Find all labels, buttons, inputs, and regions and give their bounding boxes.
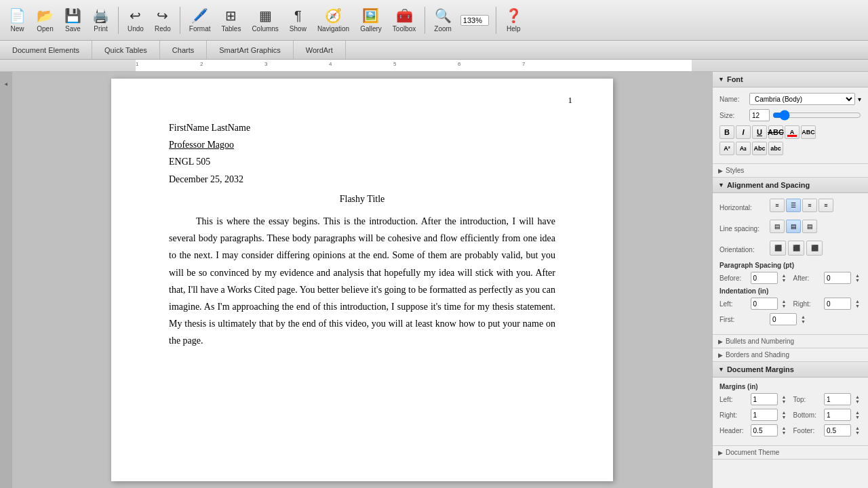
horizontal-row: Horizontal: ≡ ☰ ≡ ≡ (719, 199, 861, 216)
alignment-section-header[interactable]: ▼ Alignment and Spacing (713, 178, 868, 193)
bigger-button[interactable]: Abc (752, 142, 767, 155)
toolbar: 📄 New 📂 Open 💾 Save 🖨️ Print ↩ Undo ↪ Re… (0, 0, 868, 41)
font-color-button[interactable]: A (785, 125, 800, 139)
redo-button[interactable]: ↪ Redo (150, 3, 176, 38)
header-input[interactable] (751, 424, 778, 436)
font-select-arrow[interactable]: ▾ (858, 96, 861, 103)
borders-section-header[interactable]: ▶ Borders and Shading (713, 348, 868, 362)
mr-down[interactable]: ▼ (781, 415, 788, 420)
left-indent-input[interactable] (751, 298, 778, 310)
line-spacing-single[interactable]: ▤ (770, 220, 785, 233)
orient-right-button[interactable]: ⬛ (806, 241, 823, 256)
orient-left-button[interactable]: ⬛ (770, 241, 786, 256)
line-spacing-triple[interactable]: ▤ (802, 220, 817, 233)
font-size-input[interactable] (749, 109, 770, 121)
first-down[interactable]: ▼ (800, 319, 807, 324)
open-button[interactable]: 📂 Open (32, 3, 58, 38)
line-spacing-double[interactable]: ▤ (786, 220, 801, 233)
styles-section-header[interactable]: ▶ Styles (713, 164, 868, 178)
highlight-button[interactable]: ABC (801, 125, 816, 139)
hdr-down[interactable]: ▼ (781, 430, 788, 435)
first-indent-input[interactable] (770, 313, 797, 325)
smaller-button[interactable]: abc (768, 142, 783, 155)
gallery-button[interactable]: 🖼️ Gallery (355, 3, 387, 38)
ftr-up[interactable]: ▲ (854, 426, 861, 430)
strikethrough-button[interactable]: ABC (768, 125, 783, 139)
columns-button[interactable]: ▦ Columns (247, 3, 283, 38)
ml-down[interactable]: ▼ (781, 399, 788, 404)
tab-smartart[interactable]: SmartArt Graphics (207, 41, 293, 59)
bullets-section-header[interactable]: ▶ Bullets and Numbering (713, 335, 868, 348)
before-down[interactable]: ▼ (781, 278, 788, 283)
mt-down[interactable]: ▼ (854, 399, 861, 404)
show-label: Show (290, 25, 307, 33)
margin-right-input[interactable] (751, 409, 778, 421)
doc-margins-section-header[interactable]: ▼ Document Margins (713, 362, 868, 378)
toolbox-button[interactable]: 🧰 Toolbox (388, 3, 420, 38)
footer-input[interactable] (824, 424, 851, 436)
margin-top-input[interactable] (824, 393, 851, 405)
help-button[interactable]: ❓ Help (500, 3, 527, 38)
paragraph-spacing-header: Paragraph Spacing (pt) (719, 262, 861, 269)
new-button[interactable]: 📄 New (4, 3, 31, 38)
borders-arrow: ▶ (718, 352, 723, 359)
show-button[interactable]: ¶ Show (285, 3, 311, 38)
document-paragraph[interactable]: This is where the essay begins. This is … (169, 213, 555, 350)
before-up[interactable]: ▲ (781, 273, 788, 278)
margin-left-input[interactable] (751, 393, 778, 405)
mb-down[interactable]: ▼ (854, 415, 861, 420)
tables-button[interactable]: ⊞ Tables (216, 3, 245, 38)
undo-button[interactable]: ↩ Undo (123, 3, 149, 38)
underline-button[interactable]: U (752, 125, 767, 139)
tab-wordart[interactable]: WordArt (294, 41, 346, 59)
right-up[interactable]: ▲ (854, 299, 861, 304)
print-button[interactable]: 🖨️ Print (87, 3, 114, 38)
zoom-input[interactable] (460, 15, 489, 26)
document-page[interactable]: 1 FirstName LastName Professor Magoo ENG… (111, 79, 613, 481)
tab-charts[interactable]: Charts (160, 41, 207, 59)
margin-bottom-input[interactable] (824, 409, 851, 421)
tab-quick-tables[interactable]: Quick Tables (92, 41, 160, 59)
left-up[interactable]: ▲ (781, 299, 788, 304)
document-area[interactable]: 1 FirstName LastName Professor Magoo ENG… (12, 72, 712, 488)
font-section-content: Name: Cambria (Body) Arial Times New Rom… (713, 87, 868, 164)
first-up[interactable]: ▲ (800, 314, 807, 319)
align-justify-button[interactable]: ≡ (818, 199, 833, 212)
italic-button[interactable]: I (736, 125, 751, 139)
font-name-select[interactable]: Cambria (Body) Arial Times New Roman (749, 93, 855, 105)
after-up[interactable]: ▲ (854, 273, 861, 278)
bold-button[interactable]: B (719, 125, 734, 139)
alignment-arrow: ▼ (718, 182, 724, 188)
orient-center-button[interactable]: ⬛ (788, 241, 804, 256)
right-down[interactable]: ▼ (854, 304, 861, 308)
subscript-button[interactable]: A₂ (736, 142, 751, 155)
after-input[interactable] (824, 272, 851, 284)
open-icon: 📂 (37, 7, 54, 24)
before-after-row: Before: ▲ ▼ After: ▲ ▼ (719, 272, 861, 284)
mb-up[interactable]: ▲ (854, 410, 861, 415)
before-input[interactable] (751, 272, 778, 284)
mt-up[interactable]: ▲ (854, 394, 861, 399)
left-down[interactable]: ▼ (781, 304, 788, 308)
navigation-button[interactable]: 🧭 Navigation (313, 3, 354, 38)
save-button[interactable]: 💾 Save (60, 3, 86, 38)
mr-up[interactable]: ▲ (781, 410, 788, 415)
align-left-button[interactable]: ≡ (770, 199, 785, 212)
sidebar-indicator: ▸ (3, 81, 9, 88)
tab-document-elements[interactable]: Document Elements (0, 41, 92, 59)
zoom-button[interactable]: 🔍 Zoom (429, 3, 456, 38)
columns-label: Columns (252, 25, 278, 33)
align-center-button[interactable]: ☰ (786, 199, 801, 212)
hdr-up[interactable]: ▲ (781, 426, 788, 430)
superscript-button[interactable]: A² (719, 142, 734, 155)
font-section-label: Font (727, 75, 743, 83)
align-right-button[interactable]: ≡ (802, 199, 817, 212)
after-down[interactable]: ▼ (854, 278, 861, 283)
font-size-slider[interactable] (772, 111, 861, 119)
doc-theme-section-header[interactable]: ▶ Document Theme (713, 446, 868, 460)
right-indent-input[interactable] (824, 298, 851, 310)
format-button[interactable]: 🖊️ Format (184, 3, 216, 38)
ml-up[interactable]: ▲ (781, 394, 788, 399)
font-section-header[interactable]: ▼ Font (713, 72, 868, 87)
ftr-down[interactable]: ▼ (854, 430, 861, 435)
